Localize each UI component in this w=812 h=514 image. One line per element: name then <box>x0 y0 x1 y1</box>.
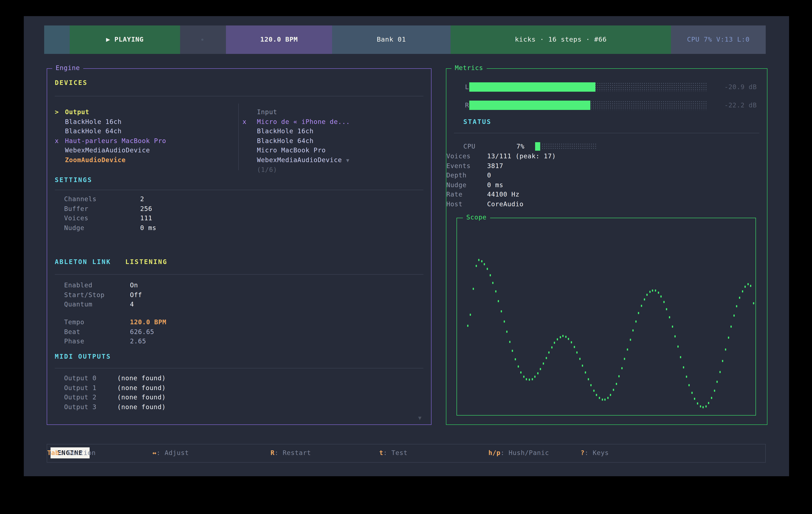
output-device-row[interactable]: BlackHole 16ch <box>55 117 237 126</box>
status-label: Nudge <box>446 180 487 190</box>
midi-output-row: Output 2(none found) <box>64 393 424 402</box>
key-hint-restart[interactable]: R: Restart <box>270 444 311 461</box>
device-name: BlackHole 64ch <box>65 127 122 135</box>
scope-sample-dot <box>691 392 693 394</box>
screen: ▶ PLAYING 120.0 BPM Bank 01 kicks · 16 s… <box>0 0 812 514</box>
scope-sample-dot <box>644 299 645 301</box>
device-name: Micro MacBook Pro <box>257 147 326 154</box>
scope-sample-dot <box>739 297 740 299</box>
scope-sample-dot <box>582 365 583 367</box>
scope-sample-dot <box>498 300 499 302</box>
link-tempo-label: Beat <box>64 327 130 337</box>
scope-sample-dot <box>551 346 552 348</box>
input-device-row[interactable]: xMicro de « iPhone de... <box>242 117 429 126</box>
status-label: Depth <box>446 171 487 180</box>
scope-sample-dot <box>596 394 597 396</box>
output-device-row[interactable]: xHaut-parleurs MacBook Pro <box>55 136 237 146</box>
scope-sample-dot <box>546 357 547 359</box>
scope-sample-dot <box>548 352 550 354</box>
status-rows: Voices13/111 (peak: 17)Events3817Depth0N… <box>446 152 759 209</box>
engine-panel: Engine DEVICES >OutputBlackHole 16chBlac… <box>47 68 432 425</box>
scope-sample-dot <box>702 406 704 408</box>
input-device-row[interactable]: BlackHole 64ch <box>242 136 429 146</box>
level-meter-r: R-22.2 dB <box>446 100 767 110</box>
link-row: Quantum4 <box>64 300 424 309</box>
scope-sample-dot <box>523 375 524 377</box>
scope-sample-dot <box>708 402 709 404</box>
output-device-row[interactable]: WebexMediaAudioDevice <box>55 146 237 155</box>
scroll-down-icon[interactable]: ▼ <box>418 415 422 421</box>
device-output-list: >OutputBlackHole 16chBlackHole 64chxHaut… <box>55 108 237 165</box>
device-name: BlackHole 16ch <box>257 127 314 135</box>
scope-sample-dot <box>576 352 578 354</box>
device-name: ZoomAudioDevice <box>65 156 126 164</box>
scope-sample-dot <box>590 384 591 387</box>
midi-output-label: Output 0 <box>64 373 117 383</box>
hint-key: ? <box>581 449 585 457</box>
status-row: Voices13/111 (peak: 17) <box>446 152 759 161</box>
metrics-panel: Metrics L-20.9 dBR-22.2 dB STATUS CPU 7%… <box>446 68 767 425</box>
pattern-display: kicks · 16 steps · #66 <box>451 26 671 54</box>
cpu-status-row: CPU 7% <box>446 142 767 151</box>
link-row: EnabledOn <box>64 280 424 290</box>
scope-sample-dot <box>669 316 670 318</box>
input-device-row[interactable]: WebexMediaAudioDevice▼ <box>242 155 429 165</box>
cpu-label: CPU <box>463 142 475 151</box>
key-hint-hush-panic[interactable]: h/p: Hush/Panic <box>488 444 549 461</box>
setting-label: Nudge <box>64 223 140 233</box>
scope-sample-dot <box>585 372 586 374</box>
devices-divider <box>55 96 424 96</box>
dropdown-arrow-icon[interactable]: ▼ <box>346 157 349 163</box>
midi-output-label: Output 3 <box>64 402 117 412</box>
scope-sample-dot <box>655 290 656 292</box>
input-device-row[interactable]: BlackHole 16ch <box>242 126 429 136</box>
link-value: 4 <box>130 301 134 308</box>
scope-sample-dot <box>672 325 673 328</box>
key-hint-section[interactable]: Tab: Section <box>47 444 96 461</box>
input-device-row[interactable]: (1/6) <box>242 165 429 175</box>
link-tempo-row: Beat626.65 <box>64 327 424 337</box>
scope-sample-dot <box>728 337 729 339</box>
scope-sample-dot <box>503 321 505 323</box>
engine-panel-title: Engine <box>52 64 83 72</box>
status-value: 13/111 (peak: 17) <box>487 152 556 160</box>
scope-sample-dot <box>730 325 732 328</box>
scope-sample-dot <box>531 378 533 380</box>
scope-sample-dot <box>520 371 522 373</box>
output-device-row[interactable]: ZoomAudioDevice <box>55 155 237 165</box>
output-device-row[interactable]: BlackHole 64ch <box>55 126 237 136</box>
key-hint-test[interactable]: t: Test <box>379 444 407 461</box>
setting-value: 111 <box>140 214 152 222</box>
output-device-row[interactable]: >Output <box>55 108 237 117</box>
scope-sample-dot <box>534 376 535 378</box>
scope-sample-dot <box>506 331 508 333</box>
scope-sample-dot <box>593 390 594 392</box>
bank-display: Bank 01 <box>332 26 451 54</box>
scope-sample-dot <box>489 274 491 276</box>
scope-sample-dot <box>683 366 684 368</box>
scope-sample-dot <box>694 398 695 400</box>
input-device-row[interactable]: Micro MacBook Pro <box>242 146 429 155</box>
scope-sample-dot <box>635 320 637 322</box>
scope-sample-dot <box>627 349 628 351</box>
hint-key: t <box>379 449 383 457</box>
link-label: Enabled <box>64 280 130 290</box>
scope-sample-dot <box>649 291 650 293</box>
key-hint-keys[interactable]: ?: Keys <box>581 444 609 461</box>
scope-sample-dot <box>736 305 737 307</box>
meter-track <box>469 82 707 92</box>
midi-output-row: Output 1(none found) <box>64 383 424 393</box>
scope-sample-dot <box>742 290 743 292</box>
device-columns-divider <box>238 103 239 170</box>
midi-outputs-heading: MIDI OUTPUTS <box>55 353 111 360</box>
bottom-hint-bar: ENGINE Tab: Section↔: AdjustR: Restartt:… <box>47 444 766 463</box>
input-device-row[interactable]: Input <box>242 108 429 117</box>
scope-sample-dot <box>660 295 662 298</box>
key-hint-adjust[interactable]: ↔: Adjust <box>152 444 189 461</box>
beat-indicator-dot <box>201 39 203 41</box>
scope-sample-dot <box>537 372 539 374</box>
scope-sample-dot <box>481 260 483 262</box>
device-name: Input <box>257 108 277 116</box>
scope-sample-dot <box>559 336 561 338</box>
scope-sample-dot <box>602 398 603 400</box>
